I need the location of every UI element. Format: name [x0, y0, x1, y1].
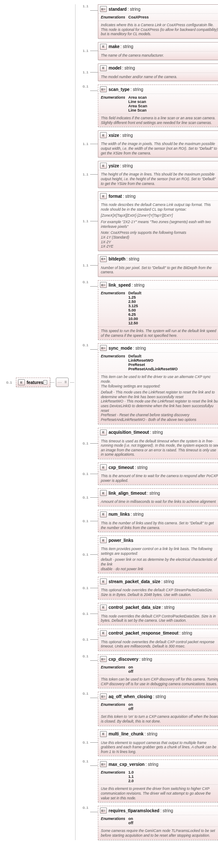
node-row: 0..1E≡max_cxp_version : stringEnumeratio… — [81, 759, 218, 802]
enum-value: PreReset — [128, 363, 178, 367]
element-card[interactable]: Emulti_line_chunk : stringUse this eleme… — [98, 729, 218, 756]
enum-value: 1.25 — [128, 295, 142, 299]
cardinality-label: 0..1 — [81, 638, 90, 641]
description: This field indicates if the camera is a … — [98, 114, 218, 127]
element-card[interactable]: Emake : stringThe name of the camera man… — [98, 42, 218, 60]
element-name: num_links — [109, 512, 130, 517]
element-card[interactable]: Estream_packet_data_size : stringThis op… — [98, 577, 218, 599]
element-type: : string — [127, 7, 140, 12]
element-type-icon: E — [100, 44, 107, 50]
element-type: : string — [161, 579, 174, 584]
element-card[interactable]: Econtrol_packet_data_size : stringThis n… — [98, 603, 218, 625]
element-type-icon: E — [100, 490, 107, 496]
element-type-icon: E — [100, 537, 107, 543]
description: The model number and/or name of the came… — [98, 73, 218, 81]
enum-value: on — [128, 817, 133, 821]
element-name: control_packet_data_size — [109, 605, 161, 610]
node-row: 0..1E≡scan_type : stringEnumerationsArea… — [81, 85, 218, 127]
element-type: : string — [145, 732, 157, 736]
enum-values: onoff — [128, 817, 133, 825]
tree-rail — [75, 4, 76, 840]
element-card[interactable]: Ecxp_timeout : stringThis is the amount … — [98, 463, 218, 485]
element-type: : string — [120, 163, 133, 168]
node-row: 0..1Estream_packet_data_size : stringThi… — [81, 577, 218, 599]
enumeration-block: EnumerationsArea scanLine scanArea ScanL… — [98, 94, 218, 114]
element-name: acquisition_timeout — [109, 430, 149, 435]
element-name: link_speed — [109, 283, 131, 287]
element-type: : string — [135, 465, 148, 470]
element-type-icon: E≡ — [100, 761, 107, 767]
element-type-icon: E — [100, 731, 107, 737]
element-card[interactable]: E+bitdepth : stringNumber of bits per pi… — [98, 254, 218, 277]
enum-value: Area scan — [128, 95, 147, 100]
enum-value: 6.25 — [128, 312, 142, 317]
element-card[interactable]: E≡requires_tlparamslocked : stringEnumer… — [98, 806, 218, 840]
element-name: model — [109, 66, 121, 70]
element-type: : string — [126, 257, 139, 261]
element-card[interactable]: Eformat : stringThis node describes the … — [98, 191, 218, 251]
cardinality-label: 0..1 — [81, 442, 90, 445]
node-row: 0..1E≡sync_mode : stringEnumerationsDefa… — [81, 343, 218, 424]
node-row: 1..1E≡standard : stringEnumerationsCoaXP… — [81, 4, 218, 39]
element-type-icon: E — [100, 429, 107, 436]
element-type: : string — [120, 133, 133, 138]
element-type-icon: E — [100, 578, 107, 584]
enumeration-block: EnumerationsDefault1.252.503.1255.006.25… — [98, 290, 218, 327]
element-card[interactable]: E≡standard : stringEnumerationsCoaXPress… — [98, 4, 218, 39]
element-card[interactable]: Enum_links : stringThis is the number of… — [98, 510, 218, 532]
enum-value: off — [128, 707, 133, 711]
element-card[interactable]: Eysize : stringThe height of the image i… — [98, 161, 218, 188]
cardinality-label: 0..1 — [81, 741, 90, 744]
enum-values: onoff — [128, 702, 133, 711]
enumeration-block: EnumerationsDefaultLinkResetWOPreResetPr… — [98, 353, 218, 373]
node-row: 1..1Emake : stringThe name of the camera… — [81, 42, 218, 60]
cardinality-label: 0..1 — [81, 806, 90, 810]
element-name: scan_type — [109, 87, 130, 92]
cardinality-label: 0..1 — [81, 519, 90, 523]
element-card[interactable]: E≡cxp_discovery : stringEnumerationsonof… — [98, 654, 218, 688]
collapse-toggle-icon[interactable]: − — [43, 380, 47, 384]
element-type: : string — [145, 762, 158, 767]
element-card[interactable]: E≡aq_off_when_closing : stringEnumeratio… — [98, 692, 218, 726]
node-row: 1..1Eformat : stringThis node describes … — [81, 191, 218, 251]
description: The width of the image in pixels. This s… — [98, 140, 218, 157]
element-card[interactable]: E≡sync_mode : stringEnumerationsDefaultL… — [98, 343, 218, 424]
element-name: power_links — [109, 538, 133, 543]
description: This timeout is used as the default time… — [98, 437, 218, 459]
element-card[interactable]: Epower_linksThis item provides power con… — [98, 535, 218, 573]
element-card[interactable]: E≡max_cxp_version : stringEnumerations1.… — [98, 759, 218, 802]
enumeration-block: Enumerationsonoff — [98, 664, 218, 675]
cardinality-label: 0..1 — [81, 280, 90, 284]
element-card[interactable]: Elink_align_timeout : stringAmount of ti… — [98, 488, 218, 506]
enum-label: Enumerations — [101, 770, 128, 783]
description: This optional node overwrites the defaul… — [98, 638, 218, 650]
element-card[interactable]: Exsize : stringThe width of the image in… — [98, 130, 218, 157]
node-row: 0..1E≡cxp_discovery : stringEnumerations… — [81, 654, 218, 688]
cardinality-label: 1..1 — [81, 172, 90, 176]
description: This is the number of links used by this… — [98, 519, 218, 532]
element-card[interactable]: Eacquisition_timeout : stringThis timeou… — [98, 428, 218, 460]
cardinality-label: 1..1 — [81, 70, 90, 74]
node-row: 0..1Econtrol_packet_response_timeout : s… — [81, 629, 218, 651]
description: This is the amount of time to wait for t… — [98, 472, 218, 484]
enum-label: Enumerations — [101, 665, 128, 674]
cardinality-label: 1..1 — [81, 49, 90, 53]
description: Indicates where this is a Camera Link or… — [98, 21, 218, 38]
enumeration-block: Enumerations1.01.12.0 — [98, 769, 218, 785]
element-type-icon: E≡ — [100, 656, 107, 662]
enum-values: DefaultLinkResetWOPreResetPreResetAndLin… — [128, 354, 178, 371]
element-card[interactable]: E≡link_speed : stringEnumerationsDefault… — [98, 280, 218, 340]
element-card[interactable]: E≡scan_type : stringEnumerationsArea sca… — [98, 85, 218, 127]
element-name: make — [109, 44, 120, 49]
description: This node overrrides the default CXP Con… — [98, 612, 218, 625]
enum-values: onoff — [128, 665, 133, 674]
element-card[interactable]: Emodel : stringThe model number and/or n… — [98, 64, 218, 82]
element-type: : string — [160, 808, 173, 813]
element-name: aq_off_when_closing — [109, 694, 152, 699]
cardinality-label: 1..1 — [81, 263, 90, 267]
element-card[interactable]: Econtrol_packet_response_timeout : strin… — [98, 629, 218, 651]
cardinality-label: 1..1 — [81, 4, 90, 8]
enumeration-block: Enumerationsonoff — [98, 701, 218, 713]
root-card[interactable]: E features − — [16, 378, 50, 387]
element-name: standard — [109, 7, 127, 12]
